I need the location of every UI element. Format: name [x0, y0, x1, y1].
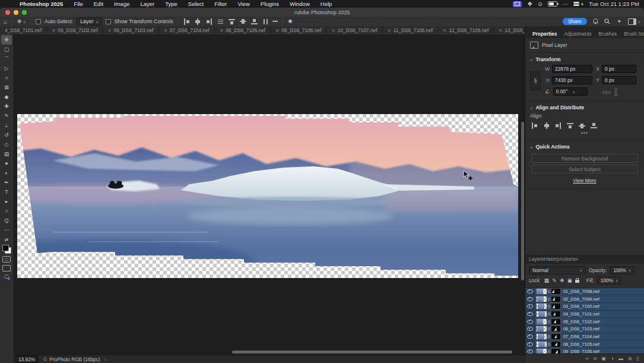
delete-layer-icon[interactable]: ▯ — [637, 356, 639, 361]
search-icon[interactable] — [604, 18, 611, 25]
edit-toolbar-icon[interactable]: ⋯ — [1, 225, 12, 235]
close-tab-icon[interactable]: ✕ — [275, 28, 279, 33]
tab-history[interactable]: History — [544, 256, 559, 262]
eraser-tool[interactable]: ◇ — [1, 140, 12, 149]
select-subject-button[interactable]: Select Subject — [531, 165, 638, 173]
move-tool[interactable]: ✥ — [1, 35, 12, 45]
layer-mask-thumbnail[interactable] — [551, 311, 560, 317]
document-tab[interactable]: ✕13_DS6_7110.nef — [494, 26, 525, 34]
height-field[interactable]: 7430 px — [552, 76, 592, 84]
align-more-icon[interactable]: ••• — [525, 130, 644, 136]
layer-row[interactable]: 801_DS6_7098.nef — [525, 288, 644, 296]
document-canvas[interactable] — [17, 114, 518, 278]
layer-row[interactable]: 804_DS6_7101.nef — [525, 311, 644, 318]
align-bottom-edges-icon[interactable] — [251, 18, 258, 25]
clone-stamp-tool[interactable]: ⊥ — [1, 121, 12, 130]
layer-mask-thumbnail[interactable] — [551, 304, 560, 309]
layer-row[interactable]: 808_DS6_7105.nef — [525, 340, 644, 348]
blur-tool[interactable]: ● — [1, 159, 12, 168]
link-layers-icon[interactable]: ∞ — [585, 356, 589, 361]
window-titlebar[interactable]: Adobe Photoshop 2025 — [0, 8, 644, 17]
menu-item-layer[interactable]: Layer — [135, 1, 160, 7]
path-selection-tool[interactable]: ▸ — [1, 197, 12, 206]
swap-colors-icon[interactable]: ⇄ — [5, 237, 9, 242]
lock-position-icon[interactable]: ✥ — [559, 277, 565, 283]
new-group-icon[interactable]: ▬ — [618, 356, 623, 361]
document-tab[interactable]: ✕09_DS6_7106.nef — [271, 26, 326, 34]
marquee-tool[interactable]: ▢ — [1, 45, 12, 54]
tab-brushes[interactable]: Brushes — [595, 31, 621, 37]
opacity-dropdown[interactable]: 100%∨ — [610, 266, 635, 274]
align-horizontal-centers-icon[interactable] — [543, 122, 550, 129]
rotation-field[interactable]: 0.00°∨ — [553, 87, 588, 96]
align-vertical-centers-icon[interactable] — [240, 18, 246, 25]
align-left-edges-icon[interactable] — [531, 122, 538, 129]
layer-mask-thumbnail[interactable] — [551, 349, 560, 353]
quick-mask-icon[interactable] — [2, 256, 11, 263]
auto-select-target-dropdown[interactable]: Layer∨ — [77, 17, 101, 26]
lasso-tool[interactable]: ⌒ — [1, 54, 12, 64]
layer-thumbnail[interactable] — [537, 349, 547, 353]
menu-item-type[interactable]: Type — [160, 1, 183, 7]
control-center-icon[interactable] — [573, 2, 583, 6]
close-tab-icon[interactable]: ✕ — [220, 28, 223, 33]
layer-mask-thumbnail[interactable] — [551, 342, 560, 347]
tab-brush-settings[interactable]: Brush Settings — [620, 31, 644, 37]
close-tab-icon[interactable]: ✕ — [331, 28, 335, 33]
auto-select-checkbox[interactable] — [36, 19, 41, 24]
screen-mode-icon[interactable] — [2, 265, 11, 272]
notifications-bell-icon[interactable] — [592, 18, 599, 25]
battery-icon[interactable] — [548, 1, 557, 7]
menu-item-help[interactable]: Help — [315, 1, 338, 7]
close-tab-icon[interactable]: ✕ — [107, 28, 111, 33]
layer-thumbnail[interactable] — [537, 319, 547, 324]
layer-thumbnail[interactable] — [537, 289, 547, 294]
fill-dropdown[interactable]: 100%∨ — [597, 276, 622, 285]
tab-properties[interactable]: Properties — [529, 31, 560, 37]
flip-vertical-icon[interactable]: ▷❘◁ — [614, 88, 618, 94]
canvas-area[interactable]: 13.92% © ProPhoto RGB (16bpc) ⟩ — [14, 34, 525, 363]
align-top-edges-icon[interactable] — [229, 18, 235, 25]
gear-icon[interactable]: ✱ — [288, 18, 292, 24]
object-selection-tool[interactable]: ▷ — [1, 64, 12, 73]
x-field[interactable]: 0 px — [602, 65, 636, 73]
width-field[interactable]: 22876 px — [552, 65, 592, 73]
menu-item-photoshop-2025[interactable]: Photoshop 2025 — [14, 1, 68, 7]
tab-layers[interactable]: Layers — [529, 256, 544, 262]
zoom-tool[interactable]: Q — [1, 216, 12, 225]
layer-mask-thumbnail[interactable] — [551, 319, 560, 324]
document-tab[interactable]: ✕10_DS6_7107.nef — [326, 26, 382, 34]
document-tab[interactable]: ✕07_DS6_7104.nef — [159, 26, 215, 34]
type-tool[interactable]: T — [1, 187, 12, 197]
panel-menu-icon[interactable]: ≡ — [576, 256, 579, 262]
more-options-icon[interactable]: ••• — [272, 18, 278, 24]
lock-pixels-icon[interactable]: ✎ — [551, 277, 557, 283]
remove-background-button[interactable]: Remove Background — [531, 154, 638, 163]
status-chevron-icon[interactable]: ⟩ — [105, 357, 106, 361]
home-icon[interactable]: ⌂ — [4, 18, 7, 25]
link-dimensions-icon[interactable]: § — [530, 71, 541, 90]
close-tab-icon[interactable]: ✕ — [52, 28, 55, 33]
vertical-scrollbar[interactable] — [521, 122, 524, 280]
align-horizontal-centers-icon[interactable] — [195, 18, 201, 25]
layer-row[interactable]: 802_DS6_7099.nef — [525, 295, 644, 303]
layer-visibility-toggle[interactable] — [525, 303, 535, 310]
lock-artboard-icon[interactable]: ▣ — [567, 277, 573, 283]
align-top-edges-icon[interactable] — [567, 122, 573, 129]
dropbox-icon[interactable]: ❖ — [527, 1, 532, 7]
document-tab[interactable]: ✕12_DS6_7109.nef — [438, 26, 494, 34]
shape-tool[interactable]: ○ — [1, 206, 12, 216]
layer-row[interactable]: 803_DS6_7100.nef — [525, 303, 644, 311]
layer-visibility-toggle[interactable] — [525, 340, 535, 348]
add-layer-mask-icon[interactable]: ▣ — [601, 356, 606, 361]
flip-horizontal-icon[interactable]: ▷❘◁ — [603, 90, 610, 94]
tab-actions[interactable]: Actions — [559, 256, 575, 262]
align-right-edges-icon[interactable] — [555, 122, 561, 129]
menu-item-plugins[interactable]: Plugins — [255, 1, 284, 7]
workspace-switcher[interactable]: ∨ — [628, 18, 640, 25]
share-capture-icon[interactable]: ⎔ — [4, 274, 9, 280]
close-window-button[interactable] — [5, 10, 10, 15]
healing-brush-tool[interactable]: ✚ — [1, 102, 12, 111]
zoom-window-button[interactable] — [22, 10, 27, 15]
menubar-clock[interactable]: Tue Oct 21 1:23 PM — [589, 1, 639, 7]
